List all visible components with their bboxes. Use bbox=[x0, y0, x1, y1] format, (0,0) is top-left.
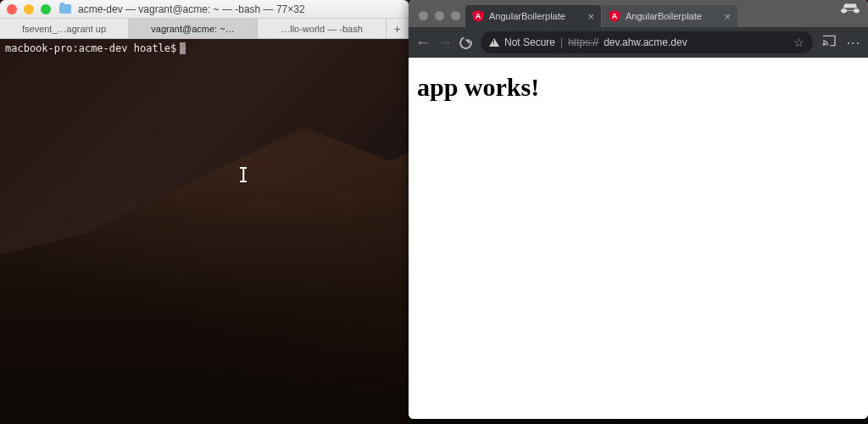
maximize-window-button[interactable] bbox=[41, 4, 51, 14]
browser-minimize-button[interactable] bbox=[435, 11, 444, 20]
tab-title: AngularBoilerplate bbox=[626, 11, 702, 21]
menu-button[interactable]: ⋮ bbox=[845, 36, 861, 48]
browser-tabbar: A AngularBoilerplate × A AngularBoilerpl… bbox=[409, 0, 868, 27]
folder-icon bbox=[59, 4, 71, 14]
terminal-new-tab-button[interactable]: + bbox=[387, 19, 409, 38]
cast-icon[interactable] bbox=[821, 35, 837, 50]
terminal-cursor bbox=[180, 42, 186, 54]
address-bar[interactable]: Not Secure | https://dev.ahw.acme.dev ☆ bbox=[481, 31, 813, 53]
browser-toolbar: ← → Not Secure | https://dev.ahw.acme.de… bbox=[409, 27, 868, 58]
angular-icon: A bbox=[472, 10, 484, 22]
browser-tab-0[interactable]: A AngularBoilerplate × bbox=[465, 5, 601, 27]
minimize-window-button[interactable] bbox=[24, 4, 34, 14]
browser-maximize-button[interactable] bbox=[451, 11, 460, 20]
terminal-prompt: macbook-pro:acme-dev hoatle$ bbox=[5, 42, 176, 54]
bookmark-star-icon[interactable]: ☆ bbox=[793, 36, 804, 49]
terminal-window: acme-dev — vagrant@acme: ~ — -bash — 77×… bbox=[0, 0, 409, 424]
not-secure-icon bbox=[489, 38, 499, 47]
angular-icon: A bbox=[609, 10, 620, 22]
browser-viewport: app works! bbox=[409, 58, 868, 419]
reload-button[interactable] bbox=[458, 34, 475, 51]
terminal-titlebar: acme-dev — vagrant@acme: ~ — -bash — 77×… bbox=[0, 0, 409, 19]
terminal-body[interactable]: macbook-pro:acme-dev hoatle$ bbox=[0, 39, 409, 58]
browser-window: A AngularBoilerplate × A AngularBoilerpl… bbox=[409, 0, 868, 419]
forward-button[interactable]: → bbox=[437, 34, 451, 52]
terminal-window-title: acme-dev — vagrant@acme: ~ — -bash — 77×… bbox=[78, 3, 305, 15]
not-secure-label: Not Secure bbox=[504, 36, 555, 48]
tab-title: AngularBoilerplate bbox=[489, 11, 565, 21]
browser-traffic-lights bbox=[415, 11, 465, 27]
browser-close-button[interactable] bbox=[419, 11, 428, 20]
page-heading: app works! bbox=[417, 73, 860, 102]
svg-point-0 bbox=[823, 44, 825, 46]
terminal-tab-2[interactable]: …llo-world — -bash bbox=[258, 19, 387, 38]
browser-tab-1[interactable]: A AngularBoilerplate × bbox=[602, 5, 737, 27]
url-scheme: https:// bbox=[568, 36, 598, 48]
tab-close-icon[interactable]: × bbox=[587, 10, 594, 23]
terminal-tab-0[interactable]: fsevent_…agrant up bbox=[0, 19, 129, 38]
terminal-tab-1[interactable]: vagrant@acme: ~… bbox=[129, 19, 258, 38]
close-window-button[interactable] bbox=[7, 4, 17, 14]
incognito-icon bbox=[841, 3, 860, 24]
url-host: dev.ahw.acme.dev bbox=[604, 36, 687, 48]
traffic-lights bbox=[7, 4, 51, 14]
tab-close-icon[interactable]: × bbox=[724, 10, 731, 23]
text-cursor-icon bbox=[240, 168, 247, 181]
back-button[interactable]: ← bbox=[415, 34, 429, 52]
terminal-tabs: fsevent_…agrant up vagrant@acme: ~… …llo… bbox=[0, 19, 409, 39]
